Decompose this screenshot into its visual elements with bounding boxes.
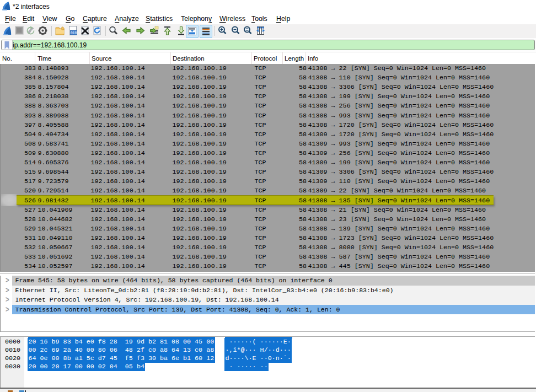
svg-text:010: 010 <box>71 31 77 35</box>
